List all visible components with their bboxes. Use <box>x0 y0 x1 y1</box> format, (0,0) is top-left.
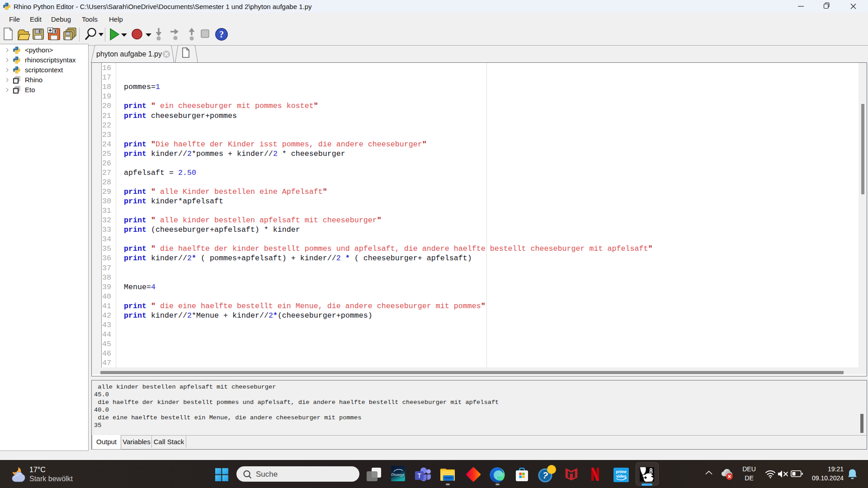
svg-text:?: ? <box>219 29 224 39</box>
svg-text:video: video <box>616 474 626 479</box>
svg-text:T: T <box>417 472 421 479</box>
